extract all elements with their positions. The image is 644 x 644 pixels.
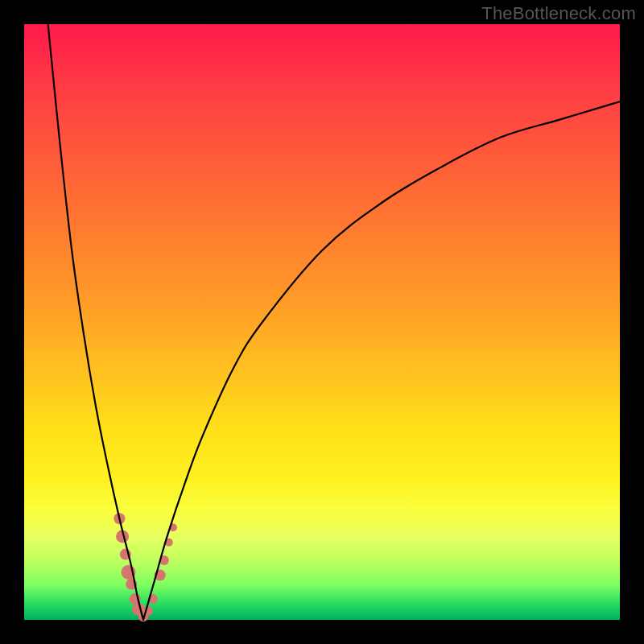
left-branch-curve xyxy=(48,24,143,620)
watermark-text: TheBottleneck.com xyxy=(481,3,636,24)
right-branch-curve xyxy=(143,101,620,620)
plot-area xyxy=(24,24,620,620)
chart-frame: TheBottleneck.com xyxy=(0,0,644,644)
chart-svg xyxy=(24,24,620,620)
marker-layer xyxy=(114,513,177,621)
